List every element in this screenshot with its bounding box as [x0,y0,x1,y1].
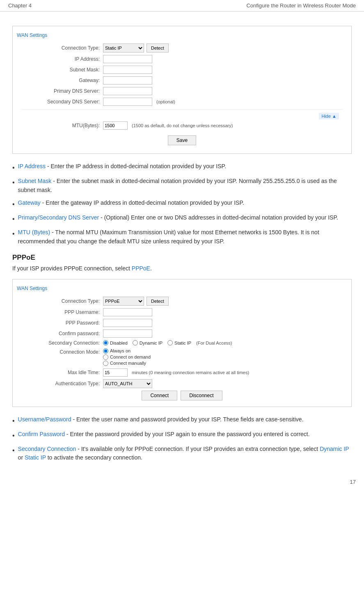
gateway-row: Gateway: [21,76,343,85]
max-idle-note: minutes (0 meaning connection remains ac… [132,370,249,375]
secondary-static-radio[interactable] [167,340,173,345]
connection-type-row: Connection Type: Static IP Detect [21,43,343,53]
max-idle-input[interactable] [103,368,128,377]
pppoe-intro-before: If your ISP provides PPPoE connection, s… [12,265,132,272]
auth-type-field: AUTO_AUTH [103,379,152,388]
highlight-static-ip: Static IP [25,454,46,461]
conn-manual-radio[interactable] [103,361,108,366]
save-row-1: Save [21,132,343,147]
bullet-text-ip: IP Address - Enter the IP address in dot… [18,162,226,171]
secondary-conn-row: Secondary Connection: Disabled Dynamic I… [21,340,343,346]
text-or: or [18,454,25,461]
bullet-item-gateway: • Gateway - Enter the gateway IP address… [12,199,352,209]
conn-demand-option[interactable]: Connect on demand [103,354,151,360]
connection-type-label: Connection Type: [21,45,103,51]
ip-address-input[interactable] [103,55,152,63]
primary-dns-input[interactable] [103,87,152,95]
secondary-static-option[interactable]: Static IP [167,340,191,345]
connect-button[interactable]: Connect [142,391,177,400]
ppp-password-label: PPP Password: [21,320,103,326]
secondary-disabled-radio[interactable] [103,340,108,345]
primary-dns-label: Primary DNS Server: [21,88,103,94]
highlight-username: Username/Password [18,416,71,423]
bullet-item-confirm-pw: • Confirm Password - Enter the password … [12,430,352,441]
text-mtu: - The normal MTU (Maximum Transmission U… [18,229,319,245]
secondary-conn-field: Disabled Dynamic IP Static IP (For Dual … [103,340,232,345]
page-title: Configure the Router in Wireless Router … [246,2,356,9]
pppoe-intro: If your ISP provides PPPoE connection, s… [12,264,352,273]
wan-settings-title-1: WAN Settings [13,30,351,41]
highlight-mtu: MTU (Bytes) [18,229,50,236]
text-confirm-pw: - Enter the password provided by your IS… [65,431,310,437]
ppp-password-input[interactable] [103,319,152,327]
bullet-dot-4: • [12,214,15,224]
secondary-static-label: Static IP [174,341,191,345]
mtu-input[interactable] [103,121,128,130]
pppoe-conn-type-field: PPPoE Detect [103,297,169,306]
highlight-subnet: Subnet Mask [18,178,52,184]
subnet-mask-input[interactable] [103,66,152,74]
bullet-text-secondary-conn: Secondary Connection - It's available on… [18,445,352,462]
ppp-password-field [103,319,152,327]
detect-button-2[interactable]: Detect [147,297,169,306]
confirm-password-label: Confirm password: [21,331,103,336]
bullet-dot-8: • [12,446,15,455]
bullet-text-mtu: MTU (Bytes) - The normal MTU (Maximum Tr… [18,228,352,246]
bullet-item-subnet: • Subnet Mask - Enter the subnet mask in… [12,177,352,194]
secondary-dns-label: Secondary DNS Server: [21,99,103,105]
hide-button[interactable]: Hide ▲ [319,113,339,119]
bullet-text-gateway: Gateway - Enter the gateway IP address i… [18,199,244,208]
bullet-text-subnet: Subnet Mask - Enter the subnet mask in d… [18,177,352,194]
text-gateway: - Enter the gateway IP address in dotted… [41,199,244,206]
save-button-1[interactable]: Save [168,135,196,145]
mtu-field: (1500 as default, do not change unless n… [103,121,233,130]
chapter-label: Chapter 4 [8,2,32,9]
pppoe-connection-type-row: Connection Type: PPPoE Detect [21,297,343,306]
ip-address-label: IP Address: [21,56,103,62]
disconnect-button[interactable]: Disconnect [181,391,222,400]
wan-form-1: Connection Type: Static IP Detect IP Add… [13,41,351,149]
bullet-item-username: • Username/Password - Enter the user nam… [12,415,352,426]
detect-button-1[interactable]: Detect [147,43,169,53]
bullet-dot-2: • [12,178,15,188]
max-idle-label: Max Idle Time: [21,370,103,375]
pppoe-conn-type-label: Connection Type: [21,298,103,304]
conn-manual-option[interactable]: Connect manually [103,361,151,366]
ppp-username-row: PPP Username: [21,308,343,316]
ppp-username-field [103,308,152,316]
secondary-disabled-option[interactable]: Disabled [103,340,128,345]
mtu-row: MTU(Bytes): (1500 as default, do not cha… [21,121,343,130]
pppoe-conn-type-select[interactable]: PPPoE [103,297,144,306]
secondary-note: (For Dual Access) [196,341,232,345]
conn-mode-label: Connection Mode: [21,348,103,355]
auth-type-select[interactable]: AUTO_AUTH [103,379,152,388]
gateway-label: Gateway: [21,78,103,83]
primary-dns-row: Primary DNS Server: [21,87,343,95]
conn-demand-radio[interactable] [103,354,108,360]
pppoe-buttons-row: Connect Disconnect [21,391,343,400]
primary-dns-field [103,87,152,95]
mtu-label: MTU(Bytes): [21,123,103,128]
conn-always-radio[interactable] [103,348,108,354]
secondary-dns-input[interactable] [103,98,152,106]
auth-type-row: Authentication Type: AUTO_AUTH [21,379,343,388]
hide-row: Hide ▲ [21,113,343,119]
ppp-username-input[interactable] [103,308,152,316]
ip-address-field [103,55,152,63]
bullet-item-dns: • Primary/Secondary DNS Server - (Option… [12,213,352,224]
secondary-dynamic-radio[interactable] [133,340,138,345]
gateway-input[interactable] [103,76,152,85]
mtu-note: (1500 as default, do not change unless n… [132,123,233,128]
conn-always-option[interactable]: Always on [103,348,151,354]
page-number: 17 [0,475,364,485]
bullet-item-ip: • IP Address - Enter the IP address in d… [12,162,352,173]
highlight-secondary-conn: Secondary Connection [18,446,76,452]
wan-settings-box-1: WAN Settings Connection Type: Static IP … [12,26,352,154]
text-ip: - Enter the IP address in dotted-decimal… [46,163,226,169]
confirm-password-input[interactable] [103,329,152,338]
subnet-mask-row: Subnet Mask: [21,66,343,74]
secondary-dynamic-option[interactable]: Dynamic IP [133,340,163,345]
ip-address-row: IP Address: [21,55,343,63]
connection-type-select[interactable]: Static IP [103,43,144,53]
highlight-confirm-pw: Confirm Password [18,431,65,437]
